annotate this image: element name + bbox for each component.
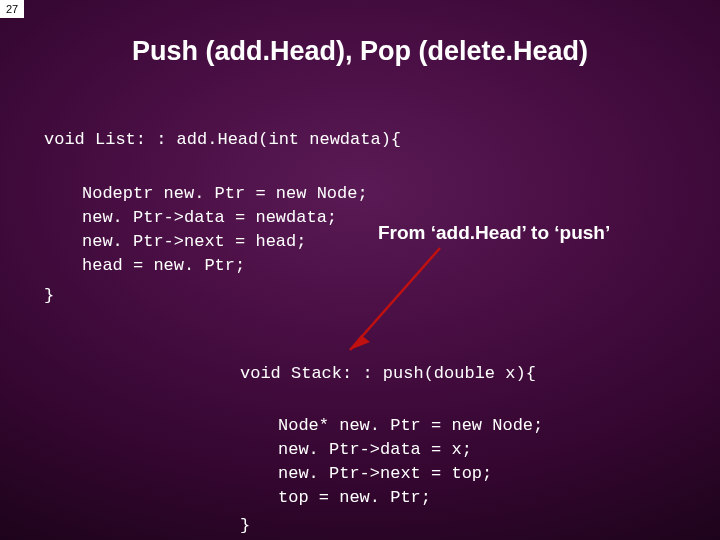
svg-marker-1 — [350, 335, 370, 350]
code1-body: Nodeptr new. Ptr = new Node; new. Ptr->d… — [82, 182, 368, 279]
code2-signature: void Stack: : push(double x){ — [240, 362, 536, 386]
code2-close: } — [240, 514, 250, 538]
slide-number: 27 — [0, 0, 24, 18]
slide: 27 Push (add.Head), Pop (delete.Head) vo… — [0, 0, 720, 540]
annotation-text: From ‘add.Head’ to ‘push’ — [378, 222, 610, 244]
code1-signature: void List: : add.Head(int newdata){ — [44, 128, 401, 152]
slide-title: Push (add.Head), Pop (delete.Head) — [0, 36, 720, 67]
code1-close: } — [44, 284, 54, 308]
code2-body: Node* new. Ptr = new Node; new. Ptr->dat… — [278, 414, 543, 511]
